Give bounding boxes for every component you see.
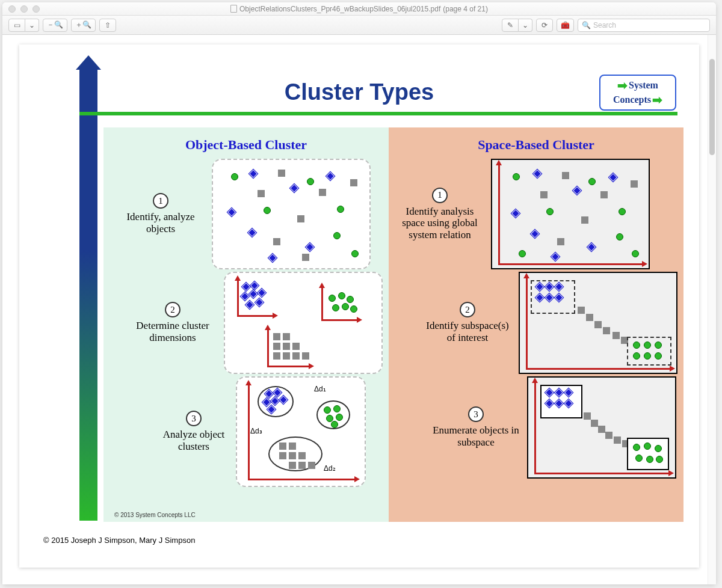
sidebar-toggle-button[interactable]: ▭ [8,19,25,32]
divider-rule [79,112,677,115]
step-3-text: 3 Analyze object clusters [158,411,230,452]
markup-button[interactable]: 🧰 [557,19,574,32]
delta-d3-label: Δd₃ [250,427,262,435]
r-step-2-text: 2 Identify subspace(s) of interest [422,302,513,343]
r-step-1-badge: 1 [432,188,448,203]
right-panel-title: Space-Based Cluster [395,137,677,153]
step-3-badge: 3 [186,411,202,426]
diagram-space-1 [491,159,650,269]
annotate-menu-button[interactable]: ⌄ [519,19,532,32]
step-1-badge: 1 [153,193,168,209]
vertical-scrollbar[interactable] [708,35,716,584]
step-2-text: 2 Determine cluster dimensions [128,302,218,343]
diagram-mini-axes [224,272,383,374]
zoom-out-button[interactable]: －🔍 [43,19,67,32]
app-window: ObjectRelationsClusters_Ppr46_wBackupSli… [2,2,716,584]
scroll-thumb[interactable] [709,59,715,155]
diagram-ellipses: Δd₁ Δd₂ Δd₃ [236,376,366,487]
sidebar-menu-button[interactable]: ⌄ [25,19,39,32]
slide-title: Cluster Types [19,79,699,105]
rotate-button[interactable]: ⟳ [536,19,553,32]
space-based-panel: Space-Based Cluster 1 Identify analysis … [389,127,683,522]
step-1-text: 1 Identify, analyze objects [116,193,206,234]
object-based-panel: Object-Based Cluster 1 Identify, analyze… [103,127,389,522]
diagram-space-3 [527,376,676,479]
timeline-arrow [79,70,97,521]
search-placeholder: Search [593,21,616,29]
document-title: ObjectRelationsClusters_Ppr46_wBackupSli… [2,5,716,13]
search-icon: 🔍 [582,21,591,29]
share-button[interactable]: ⇧ [99,19,116,32]
page-indicator: (page 4 of 21) [443,5,488,13]
zoom-in-button[interactable]: ＋🔍 [71,19,96,32]
toolbar: ▭ ⌄ －🔍 ＋🔍 ⇧ ✎ ⌄ ⟳ 🧰 🔍 Search [2,16,716,35]
document-icon [230,5,237,13]
titlebar: ObjectRelationsClusters_Ppr46_wBackupSli… [2,2,716,16]
step-2-badge: 2 [165,302,180,317]
slide-page: Cluster Types ➡System Concepts➡ Object-B… [19,44,699,568]
delta-d1-label: Δd₁ [314,385,326,393]
search-input[interactable]: 🔍 Search [578,19,710,32]
annotate-button[interactable]: ✎ [502,19,519,32]
inner-copyright: © 2013 System Concepts LLC [114,512,196,518]
filename-label: ObjectRelationsClusters_Ppr46_wBackupSli… [239,5,440,13]
outer-copyright: © 2015 Joseph J Simpson, Mary J Simpson [43,536,195,545]
r-step-3-badge: 3 [468,406,484,422]
diagram-scatter [212,159,371,269]
left-panel-title: Object-Based Cluster [110,137,383,153]
document-viewer[interactable]: Cluster Types ➡System Concepts➡ Object-B… [2,35,716,584]
logo-line1: System [629,80,658,91]
system-concepts-logo: ➡System Concepts➡ [599,75,676,111]
r-step-3-text: 3 Enumerate objects in subspace [431,406,521,448]
r-step-1-text: 1 Identify analysis space using global s… [395,188,485,241]
logo-line2: Concepts [613,94,651,105]
diagram-space-2 [519,272,677,374]
r-step-2-badge: 2 [460,302,475,317]
delta-d2-label: Δd₂ [324,464,336,473]
